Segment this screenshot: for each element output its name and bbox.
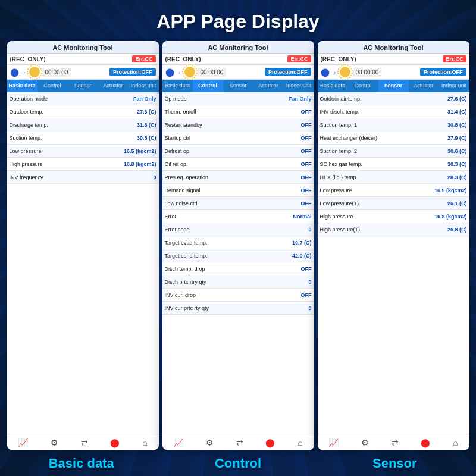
phone1-tabs: Basic data Control Sensor Actuator Indoo…: [7, 80, 159, 92]
table-row: High pressure 16.8 (kgcm2): [318, 210, 469, 223]
phone3-arrow-icon: ⬤→: [321, 68, 337, 77]
settings-icon[interactable]: ⚙: [206, 438, 214, 447]
row-label: HEX (liq.) temp.: [318, 173, 400, 182]
row-label: INV frequency: [7, 173, 89, 182]
phone1-status-bar: ⬤→ 00:00:00 Protection:OFF: [7, 65, 159, 80]
table-row: Suction temp. 30.8 (C): [7, 131, 159, 145]
settings-icon[interactable]: ⚙: [361, 438, 369, 447]
phone2-header: AC Monitoring Tool: [162, 41, 314, 54]
phone3-header: AC Monitoring Tool: [318, 41, 469, 54]
tab-sensor-2[interactable]: Sensor: [223, 80, 253, 92]
bottom-label-basic: Basic data: [5, 456, 157, 471]
row-label: High pressure(T): [318, 225, 400, 234]
phone2-err-badge: Err:CC: [287, 55, 311, 62]
phone2-data-table: Op mode Fan Only Therm. on/off OFF Resta…: [162, 92, 314, 434]
home-icon[interactable]: ⌂: [298, 438, 302, 447]
row-value: 0: [245, 277, 314, 287]
phone2-tabs: Basic data Control Sensor Actuator Indoo…: [162, 80, 314, 92]
row-label: Suction temp. 1: [318, 120, 400, 130]
row-label: Operation mode: [7, 94, 89, 104]
table-row: INV frequency 0: [7, 171, 159, 184]
main-content: APP Page Display AC Monitoring Tool (REC…: [0, 0, 476, 476]
row-label: Suction temp. 2: [318, 146, 400, 156]
row-label: Low pressure: [318, 186, 400, 195]
tab-indoor-2[interactable]: Indoor unit: [284, 80, 314, 92]
phone2-rec-bar: (REC_ONLY) Err:CC: [162, 54, 314, 65]
table-row: HEX (liq.) temp. 28.3 (C): [318, 171, 469, 184]
circle-icon[interactable]: ⬤: [265, 438, 275, 447]
chart-icon[interactable]: 📈: [173, 438, 183, 447]
transfer-icon[interactable]: ⇄: [236, 438, 243, 447]
transfer-icon[interactable]: ⇄: [392, 438, 399, 447]
table-row: Error code 0: [162, 223, 314, 236]
tab-sensor-3[interactable]: Sensor: [378, 80, 409, 92]
row-value: 30.8 (C): [89, 133, 159, 143]
row-label: Demand signal: [162, 186, 245, 195]
phone1-data-table: Operation mode Fan Only Outdoor temp. 27…: [7, 92, 159, 434]
phone1-rec-bar: (REC_ONLY) Err:CC: [7, 54, 159, 65]
row-value: OFF: [245, 290, 314, 300]
circle-icon[interactable]: ⬤: [110, 438, 120, 447]
circle-icon[interactable]: ⬤: [421, 438, 430, 447]
tab-indoor-3[interactable]: Indoor unit: [439, 80, 469, 92]
row-value: Fan Only: [89, 94, 159, 104]
phone2-protection: Protection:OFF: [265, 68, 311, 76]
tab-indoor-1[interactable]: Indoor unit: [129, 80, 159, 92]
row-value: OFF: [245, 159, 314, 169]
row-value: 0: [89, 173, 159, 182]
phone2-arrow-icon: ⬤→: [165, 68, 182, 77]
row-value: Normal: [245, 212, 314, 221]
settings-icon[interactable]: ⚙: [51, 438, 58, 447]
row-label: Disch temp. drop: [162, 264, 245, 274]
row-label: Pres eq. operation: [162, 173, 245, 182]
row-value: OFF: [245, 133, 314, 143]
tab-sensor-1[interactable]: Sensor: [68, 80, 98, 92]
phone1-protection: Protection:OFF: [109, 68, 156, 76]
tab-control-1[interactable]: Control: [37, 80, 68, 92]
row-value: 30.8 (C): [400, 120, 469, 130]
table-row: Low pressure 16.5 (kgcm2): [318, 184, 469, 197]
page-title: APP Page Display: [156, 0, 319, 41]
table-row: Disch prtc rtry qty 0: [162, 275, 314, 289]
row-label: Therm. on/off: [162, 107, 245, 117]
chart-icon[interactable]: 📈: [328, 438, 339, 447]
table-row: Suction temp. 2 30.6 (C): [318, 145, 469, 158]
row-value: 31.6 (C): [89, 120, 159, 130]
phone3-rec-bar: (REC_ONLY) Err:CC: [318, 54, 469, 65]
phone3-data-table: Outdoor air temp. 27.6 (C) INV disch. te…: [318, 92, 469, 434]
row-value: 27.6 (C): [89, 107, 159, 117]
row-value: 30.6 (C): [400, 146, 469, 156]
chart-icon[interactable]: 📈: [18, 438, 28, 447]
phone3-time: 00:00:00: [353, 68, 382, 77]
table-row: Target cond temp. 42.0 (C): [162, 249, 314, 262]
row-label: Error code: [162, 225, 245, 234]
home-icon[interactable]: ⌂: [453, 438, 458, 447]
row-value: 16.5 (kgcm2): [89, 146, 159, 156]
row-value: OFF: [245, 146, 314, 156]
table-row: Outdoor air temp. 27.6 (C): [318, 92, 469, 105]
phone-control: AC Monitoring Tool (REC_ONLY) Err:CC ⬤→ …: [162, 41, 314, 450]
phone3-rec-label: (REC_ONLY): [321, 56, 356, 62]
table-row: INV disch. temp. 31.4 (C): [318, 105, 469, 118]
table-row: Defrost op. OFF: [162, 145, 314, 158]
phone3-protection: Protection:OFF: [420, 68, 466, 76]
bottom-labels: Basic data Control Sensor: [3, 450, 473, 476]
table-row: Operation mode Fan Only: [7, 92, 159, 105]
row-label: Outdoor air temp.: [318, 94, 400, 104]
row-label: Restart standby: [162, 120, 245, 130]
tab-actuator-1[interactable]: Actuator: [98, 80, 129, 92]
tab-actuator-3[interactable]: Actuator: [409, 80, 439, 92]
tab-control-3[interactable]: Control: [348, 80, 378, 92]
tab-control-2[interactable]: Control: [193, 80, 223, 92]
tab-actuator-2[interactable]: Actuator: [253, 80, 284, 92]
tab-basic-data-1[interactable]: Basic data: [7, 80, 37, 92]
table-row: High pressure(T) 26.8 (C): [318, 223, 469, 236]
tab-basic-data-3[interactable]: Basic data: [318, 80, 348, 92]
row-value: OFF: [245, 264, 314, 274]
table-row: Heat exchanger (deicer) 27.9 (C): [318, 131, 469, 145]
transfer-icon[interactable]: ⇄: [81, 438, 88, 447]
row-label: Heat exchanger (deicer): [318, 133, 400, 143]
home-icon[interactable]: ⌂: [142, 438, 147, 447]
phone3-status-bar: ⬤→ 00:00:00 Protection:OFF: [318, 65, 469, 80]
tab-basic-data-2[interactable]: Basic data: [162, 80, 193, 92]
